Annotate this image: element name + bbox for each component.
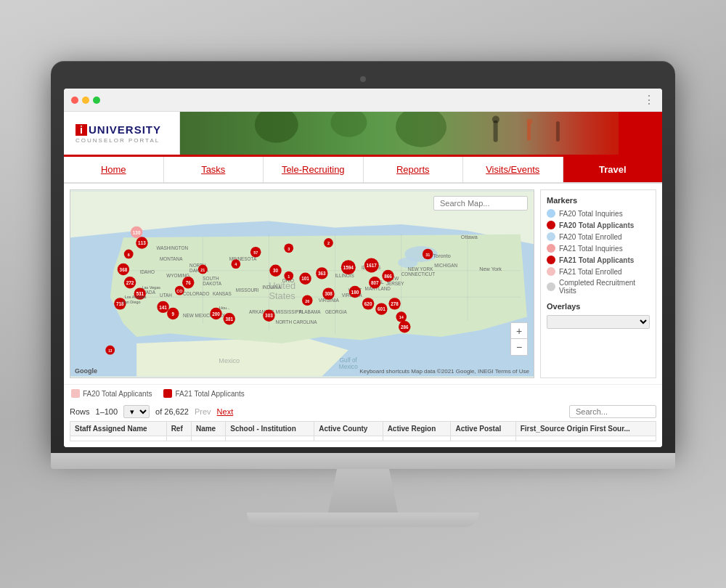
overlays-title: Overlays (547, 302, 650, 311)
svg-text:1594: 1594 (343, 265, 354, 270)
browser-window: ⋮ i UNIVERSITY COUNSELOR PORTAL (64, 89, 662, 447)
nav-travel[interactable]: Travel (563, 157, 663, 182)
svg-point-7 (526, 119, 532, 125)
col-school[interactable]: School - Institution (226, 422, 314, 436)
navigation-bar: Home Tasks Tele-Recruiting Reports Visit… (64, 157, 662, 184)
marker-label-fa21-applicants: FA21 Total Applicants (559, 256, 634, 264)
svg-text:26: 26 (305, 299, 309, 303)
site-header: i UNIVERSITY COUNSELOR PORTAL (64, 112, 662, 157)
svg-rect-8 (556, 121, 560, 142)
svg-text:180: 180 (351, 290, 359, 295)
svg-text:MONTANA: MONTANA (160, 256, 183, 261)
marker-fa21-enrolled[interactable]: FA21 Total Enrolled (547, 267, 650, 276)
next-link[interactable]: Next (217, 407, 234, 416)
marker-completed-visits[interactable]: Completed Recruitment Visits (547, 279, 650, 295)
nav-tele-recruiting[interactable]: Tele-Recruiting (264, 157, 364, 182)
col-first-source[interactable]: First_Source Origin First Sour... (515, 422, 656, 436)
screen-inner: ⋮ i UNIVERSITY COUNSELOR PORTAL (64, 89, 662, 447)
cell-staff (70, 436, 167, 441)
svg-rect-6 (527, 123, 531, 141)
svg-text:States: States (269, 290, 295, 301)
marker-fa20-enrolled[interactable]: FA20 Total Enrolled (547, 232, 650, 241)
zoom-out-button[interactable]: − (511, 339, 527, 355)
svg-text:76: 76 (186, 280, 192, 285)
marker-label-fa21-inquiries: FA21 Total Inquiries (559, 245, 623, 253)
svg-text:200: 200 (212, 311, 220, 317)
table-section: Rows 1–100 ▾ of 26,622 Prev Next (64, 402, 662, 447)
minimize-button[interactable] (82, 97, 89, 104)
svg-text:31: 31 (425, 253, 430, 257)
camera-row (64, 74, 662, 84)
svg-text:130: 130 (133, 230, 141, 235)
logo-i: i (76, 124, 87, 136)
svg-text:Mexico: Mexico (219, 357, 240, 364)
svg-text:Los Angeles: Los Angeles (125, 295, 147, 299)
svg-text:Ottawa: Ottawa (461, 234, 478, 240)
screen-bottom-bar (51, 453, 675, 469)
nav-home[interactable]: Home (64, 157, 164, 182)
marker-label-fa20-applicants: FA20 Total Applicants (559, 221, 634, 229)
legend-fa21: FA21 Total Applicants (163, 389, 244, 398)
svg-text:COLORADO: COLORADO (183, 291, 210, 296)
marker-fa21-inquiries[interactable]: FA21 Total Inquiries (547, 244, 650, 253)
marker-fa21-applicants[interactable]: FA21 Total Applicants (547, 256, 650, 264)
zoom-in-button[interactable]: + (511, 323, 527, 339)
svg-text:WASHINGTON: WASHINGTON (156, 245, 188, 250)
col-county[interactable]: Active County (314, 422, 383, 436)
svg-text:MISSOURI: MISSOURI (236, 287, 259, 293)
markers-panel: Markers FA20 Total Inquiries FA20 Total … (540, 189, 656, 378)
banner-red-end (619, 112, 662, 155)
svg-text:2: 2 (327, 241, 330, 245)
svg-text:CO: CO (176, 289, 183, 293)
col-staff-assigned[interactable]: Staff Assigned Name (70, 422, 167, 436)
maximize-button[interactable] (93, 97, 100, 104)
marker-fa20-inquiries[interactable]: FA20 Total Inquiries (547, 209, 650, 218)
svg-text:308: 308 (325, 291, 333, 296)
svg-text:IDAHO: IDAHO (140, 269, 155, 274)
rows-total: of 26,622 (155, 407, 189, 416)
map-search-input[interactable] (433, 196, 528, 211)
col-postal[interactable]: Active Postal (451, 422, 515, 436)
nav-reports[interactable]: Reports (364, 157, 464, 182)
svg-text:21: 21 (200, 268, 205, 272)
rows-label: Rows (70, 407, 90, 416)
svg-text:866: 866 (384, 274, 392, 279)
svg-text:101: 101 (301, 276, 309, 281)
main-content: United States Mexico Gulf of Mexico Otta… (64, 184, 662, 447)
data-table: Staff Assigned Name Ref Name School - In… (70, 421, 656, 441)
nav-visits-events[interactable]: Visits/Events (463, 157, 563, 182)
svg-text:ALABAMA: ALABAMA (298, 309, 321, 314)
col-ref[interactable]: Ref (166, 422, 191, 436)
svg-text:Toronto: Toronto (433, 253, 450, 259)
close-button[interactable] (71, 97, 78, 104)
svg-text:Hou...: Hou... (219, 306, 230, 310)
svg-text:57: 57 (253, 250, 258, 255)
svg-point-2 (330, 112, 367, 137)
svg-text:9: 9 (171, 311, 174, 317)
svg-text:286: 286 (401, 324, 409, 330)
marker-dot-fa21-inquiries (547, 244, 555, 253)
legend-label-fa21: FA21 Total Applicants (175, 390, 244, 398)
header-banner (180, 112, 662, 155)
overlays-select[interactable] (547, 315, 650, 329)
cell-county (314, 436, 383, 441)
svg-text:MICHIGAN: MICHIGAN (434, 263, 457, 268)
menu-dots-icon[interactable]: ⋮ (643, 93, 655, 107)
nav-tasks[interactable]: Tasks (164, 157, 264, 182)
markers-title: Markers (547, 196, 650, 205)
google-label: Google (75, 367, 97, 375)
svg-text:363: 363 (318, 271, 326, 276)
webcam (360, 76, 366, 82)
cell-ref (166, 436, 191, 441)
map-attribution: Keyboard shortcuts Map data ©2021 Google… (359, 368, 529, 375)
table-search-input[interactable] (569, 405, 656, 418)
marker-fa20-applicants[interactable]: FA20 Total Applicants (547, 221, 650, 229)
map-container[interactable]: United States Mexico Gulf of Mexico Otta… (70, 189, 534, 378)
svg-text:278: 278 (391, 301, 399, 306)
svg-point-5 (492, 116, 499, 123)
rows-select[interactable]: ▾ (123, 405, 150, 418)
svg-text:GEORGIA: GEORGIA (325, 309, 348, 314)
logo-area: i UNIVERSITY COUNSELOR PORTAL (64, 112, 180, 155)
col-region[interactable]: Active Region (383, 422, 451, 436)
col-name[interactable]: Name (191, 422, 225, 436)
